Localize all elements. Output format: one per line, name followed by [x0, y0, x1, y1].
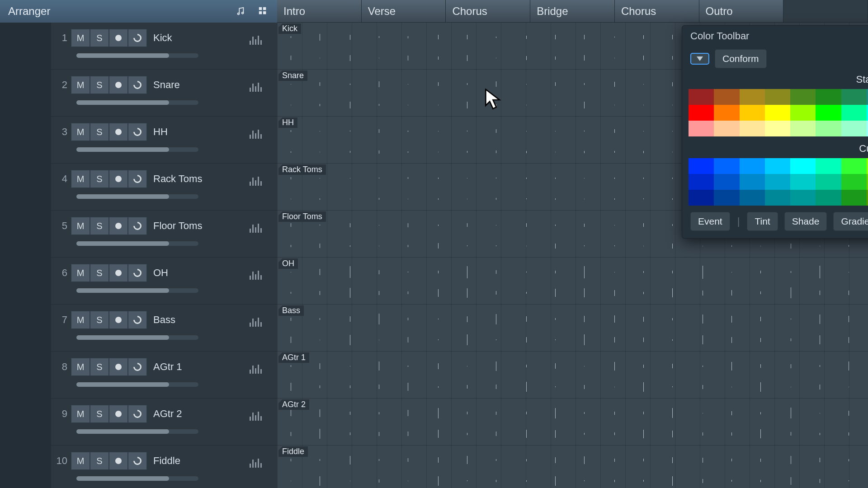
- color-swatch[interactable]: [816, 158, 841, 174]
- color-swatch[interactable]: [740, 174, 765, 190]
- solo-button[interactable]: S: [90, 123, 109, 141]
- track-name[interactable]: Rack Toms: [153, 173, 202, 185]
- track-name[interactable]: AGtr 1: [153, 361, 182, 373]
- solo-button[interactable]: S: [90, 452, 109, 470]
- waveform-icon[interactable]: [250, 223, 262, 233]
- pan-knob[interactable]: [128, 264, 147, 282]
- color-swatch[interactable]: [740, 190, 765, 206]
- color-swatch[interactable]: [714, 158, 739, 174]
- dropdown-toggle[interactable]: [690, 53, 709, 65]
- color-swatch[interactable]: [714, 121, 739, 136]
- volume-slider[interactable]: [76, 429, 198, 434]
- color-swatch[interactable]: [714, 190, 739, 206]
- volume-slider[interactable]: [76, 147, 198, 152]
- volume-slider[interactable]: [76, 335, 198, 340]
- color-swatch[interactable]: [689, 190, 714, 206]
- section-marker[interactable]: [783, 0, 868, 22]
- track-name[interactable]: AGtr 2: [153, 408, 182, 420]
- section-marker[interactable]: Chorus: [615, 0, 699, 22]
- color-swatch[interactable]: [765, 174, 790, 190]
- track-name[interactable]: Kick: [153, 32, 172, 44]
- color-swatch[interactable]: [689, 121, 714, 136]
- color-swatch[interactable]: [790, 190, 816, 206]
- mute-button[interactable]: M: [71, 405, 90, 423]
- volume-slider[interactable]: [76, 382, 198, 387]
- color-swatch[interactable]: [714, 89, 739, 105]
- mute-button[interactable]: M: [71, 123, 90, 141]
- record-arm-button[interactable]: [109, 311, 128, 329]
- section-marker[interactable]: Intro: [277, 0, 362, 22]
- mute-button[interactable]: M: [71, 311, 90, 329]
- color-swatch[interactable]: [790, 174, 816, 190]
- color-swatch[interactable]: [714, 105, 739, 121]
- color-swatch[interactable]: [765, 105, 790, 121]
- color-swatch[interactable]: [841, 105, 867, 121]
- color-swatch[interactable]: [689, 89, 714, 105]
- volume-slider[interactable]: [76, 194, 198, 199]
- record-arm-button[interactable]: [109, 217, 128, 235]
- solo-button[interactable]: S: [90, 311, 109, 329]
- solo-button[interactable]: S: [90, 264, 109, 282]
- event-button[interactable]: Event: [690, 212, 730, 231]
- track-name[interactable]: OH: [153, 267, 168, 279]
- color-swatch[interactable]: [765, 121, 790, 136]
- volume-slider[interactable]: [76, 241, 198, 246]
- arrange-lane[interactable]: Fiddle: [277, 446, 868, 488]
- record-arm-button[interactable]: [109, 123, 128, 141]
- mute-button[interactable]: M: [71, 217, 90, 235]
- color-swatch[interactable]: [790, 121, 816, 136]
- solo-button[interactable]: S: [90, 76, 109, 94]
- mute-button[interactable]: M: [71, 170, 90, 188]
- track-row[interactable]: 9 M S AGtr 2: [0, 399, 277, 446]
- section-marker[interactable]: Outro: [699, 0, 784, 22]
- pan-knob[interactable]: [128, 311, 147, 329]
- track-name[interactable]: HH: [153, 126, 168, 138]
- pan-knob[interactable]: [128, 452, 147, 470]
- section-marker[interactable]: Verse: [362, 0, 446, 22]
- waveform-icon[interactable]: [250, 82, 262, 92]
- music-note-icon[interactable]: [235, 5, 246, 17]
- color-swatch[interactable]: [689, 105, 714, 121]
- color-swatch[interactable]: [816, 105, 841, 121]
- pan-knob[interactable]: [128, 217, 147, 235]
- solo-button[interactable]: S: [90, 170, 109, 188]
- track-row[interactable]: 2 M S Snare: [0, 70, 277, 117]
- record-arm-button[interactable]: [109, 76, 128, 94]
- waveform-icon[interactable]: [250, 317, 262, 327]
- color-swatch[interactable]: [841, 174, 867, 190]
- color-swatch[interactable]: [765, 190, 790, 206]
- arrange-lane[interactable]: OH: [277, 258, 868, 305]
- solo-button[interactable]: S: [90, 217, 109, 235]
- pan-knob[interactable]: [128, 76, 147, 94]
- color-swatch[interactable]: [816, 89, 841, 105]
- color-swatch[interactable]: [816, 174, 841, 190]
- color-swatch[interactable]: [816, 190, 841, 206]
- track-row[interactable]: 5 M S Floor Toms: [0, 211, 277, 258]
- solo-button[interactable]: S: [90, 405, 109, 423]
- waveform-icon[interactable]: [250, 129, 262, 139]
- color-swatch[interactable]: [740, 121, 765, 136]
- color-swatch[interactable]: [841, 121, 867, 136]
- mute-button[interactable]: M: [71, 29, 90, 47]
- track-row[interactable]: 4 M S Rack Toms: [0, 164, 277, 211]
- record-arm-button[interactable]: [109, 170, 128, 188]
- record-arm-button[interactable]: [109, 29, 128, 47]
- waveform-icon[interactable]: [250, 458, 262, 468]
- mute-button[interactable]: M: [71, 358, 90, 376]
- color-swatch[interactable]: [816, 121, 841, 136]
- conform-button[interactable]: Conform: [715, 49, 767, 68]
- track-row[interactable]: 3 M S HH: [0, 117, 277, 164]
- arrange-view[interactable]: IntroVerseChorusBridgeChorusOutro Kick S…: [277, 0, 868, 488]
- solo-button[interactable]: S: [90, 358, 109, 376]
- track-name[interactable]: Floor Toms: [153, 220, 202, 232]
- color-swatch[interactable]: [790, 105, 816, 121]
- track-name[interactable]: Bass: [153, 314, 175, 326]
- waveform-icon[interactable]: [250, 364, 262, 374]
- color-swatch[interactable]: [841, 190, 867, 206]
- color-swatch[interactable]: [714, 174, 739, 190]
- waveform-icon[interactable]: [250, 411, 262, 421]
- color-swatch[interactable]: [765, 89, 790, 105]
- arrange-lane[interactable]: AGtr 1: [277, 352, 868, 399]
- record-arm-button[interactable]: [109, 452, 128, 470]
- section-marker[interactable]: Bridge: [530, 0, 615, 22]
